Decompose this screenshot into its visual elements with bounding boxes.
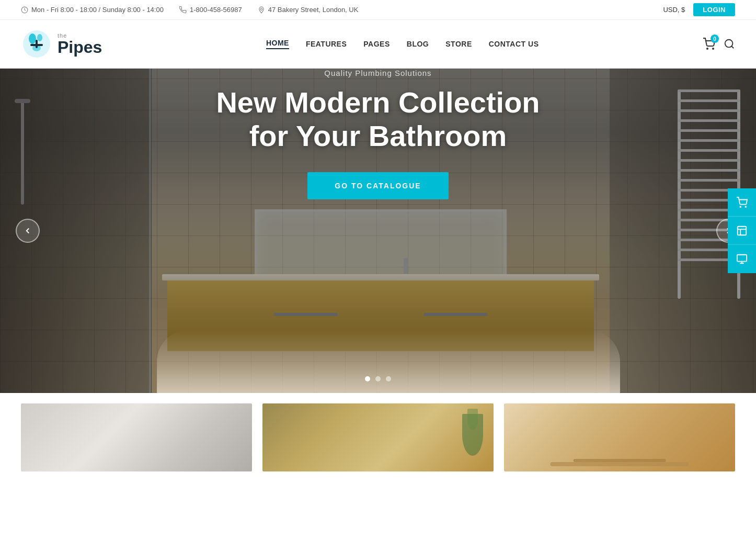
- top-bar-left: Mon - Fri 8:00 - 18:00 / Sunday 8:00 - 1…: [21, 6, 358, 14]
- address-item: 47 Bakery Street, London, UK: [258, 6, 359, 14]
- svg-point-8: [707, 48, 708, 49]
- svg-rect-7: [36, 40, 38, 48]
- svg-line-11: [731, 46, 734, 48]
- slide-dots: [365, 376, 391, 381]
- header: the Pipes HOME FEATURES PAGES BLOG STORE…: [0, 20, 756, 69]
- nav-contact[interactable]: CONTACT US: [489, 40, 539, 48]
- svg-point-3: [29, 33, 36, 44]
- svg-point-12: [740, 206, 741, 207]
- top-bar-right: USD, $ LOGIN: [663, 3, 735, 16]
- svg-point-4: [37, 34, 42, 41]
- phone-text: 1-800-458-56987: [190, 6, 242, 14]
- hero-subtitle: Quality Plumbing Solutions: [0, 69, 756, 77]
- slide-dot-3[interactable]: [386, 376, 391, 381]
- cart-badge: 0: [711, 35, 719, 43]
- address-text: 47 Bakery Street, London, UK: [268, 6, 359, 14]
- phone-item: 1-800-458-56987: [179, 6, 242, 14]
- svg-rect-14: [738, 226, 747, 235]
- logo-name: Pipes: [58, 39, 102, 55]
- currency-text: USD, $: [663, 6, 685, 14]
- hero-title: New Modern Collection for Your Bathroom: [0, 86, 756, 153]
- thumbnail-row: [0, 393, 756, 482]
- thumbnail-1[interactable]: [21, 403, 252, 471]
- svg-point-10: [725, 40, 733, 48]
- svg-point-9: [713, 48, 714, 49]
- clock-icon: [21, 6, 28, 14]
- nav-features[interactable]: FEATURES: [306, 40, 347, 48]
- main-nav: HOME FEATURES PAGES BLOG STORE CONTACT U…: [266, 39, 539, 49]
- svg-point-1: [260, 8, 262, 10]
- hero-content: Quality Plumbing Solutions New Modern Co…: [0, 69, 756, 199]
- hours-text: Mon - Fri 8:00 - 18:00 / Sunday 8:00 - 1…: [31, 6, 164, 14]
- nav-actions: 0: [703, 38, 735, 50]
- location-icon: [258, 6, 265, 14]
- logo-icon: [21, 29, 52, 59]
- side-catalog-button[interactable]: [728, 245, 756, 273]
- search-icon: [724, 38, 735, 50]
- side-icons: [728, 188, 756, 273]
- logo[interactable]: the Pipes: [21, 29, 102, 59]
- phone-icon: [179, 6, 187, 14]
- side-wishlist-icon: [736, 225, 748, 237]
- prev-slide-button[interactable]: [16, 219, 40, 243]
- side-wishlist-button[interactable]: [728, 217, 756, 245]
- slide-dot-1[interactable]: [365, 376, 370, 381]
- prev-arrow-icon: [23, 226, 32, 235]
- login-button[interactable]: LOGIN: [693, 3, 735, 16]
- hero-section: Quality Plumbing Solutions New Modern Co…: [0, 69, 756, 393]
- nav-blog[interactable]: BLOG: [407, 40, 429, 48]
- nav-pages[interactable]: PAGES: [363, 40, 390, 48]
- search-button[interactable]: [724, 38, 735, 50]
- svg-point-13: [745, 206, 746, 207]
- thumbnail-3[interactable]: [504, 403, 735, 471]
- side-cart-icon: [736, 197, 748, 208]
- slide-dot-2[interactable]: [375, 376, 381, 381]
- side-catalog-icon: [736, 253, 748, 265]
- svg-rect-17: [737, 255, 747, 262]
- cart-button[interactable]: 0: [703, 38, 715, 50]
- side-cart-button[interactable]: [728, 188, 756, 217]
- hero-cta-button[interactable]: GO TO CATALOGUE: [307, 172, 448, 199]
- logo-text-wrap: the Pipes: [58, 32, 102, 55]
- nav-store[interactable]: STORE: [445, 40, 472, 48]
- nav-home[interactable]: HOME: [266, 39, 289, 49]
- thumbnail-2[interactable]: [262, 403, 494, 471]
- hours-item: Mon - Fri 8:00 - 18:00 / Sunday 8:00 - 1…: [21, 6, 164, 14]
- top-bar: Mon - Fri 8:00 - 18:00 / Sunday 8:00 - 1…: [0, 0, 756, 20]
